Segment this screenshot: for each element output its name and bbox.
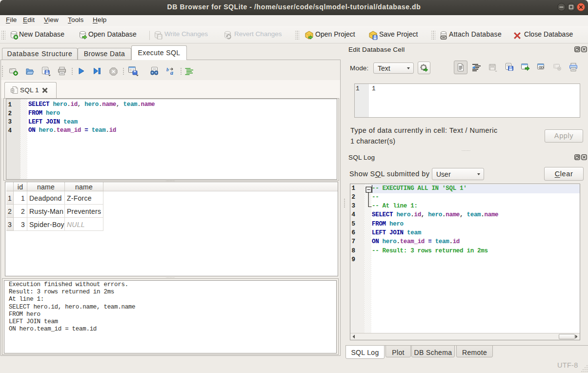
svg-text:b: b bbox=[166, 67, 169, 72]
